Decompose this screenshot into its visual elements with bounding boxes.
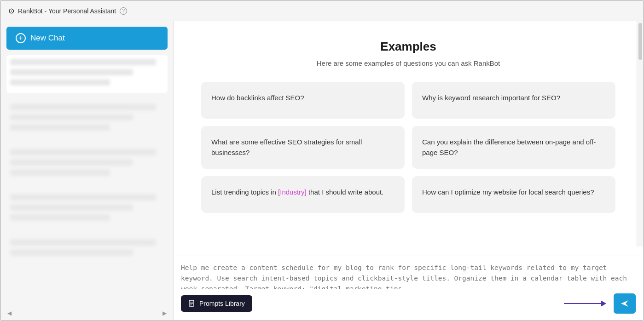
history-item — [10, 214, 110, 221]
scrollbar-thumb — [638, 23, 642, 60]
example-card-5-text-after: that I should write about. — [307, 188, 384, 196]
example-card-5[interactable]: List trending topics in [Industry] that … — [201, 176, 405, 213]
sidebar: + New Chat — [1, 21, 174, 320]
industry-highlight: [Industry] — [278, 188, 307, 196]
examples-title: Examples — [201, 40, 615, 54]
examples-subtitle: Here are some examples of questions you … — [201, 59, 615, 67]
history-item — [10, 159, 133, 166]
help-icon[interactable]: ? — [120, 7, 127, 15]
sidebar-left-arrow[interactable]: ◀ — [5, 309, 14, 317]
chat-input[interactable] — [181, 263, 636, 289]
history-item — [10, 79, 110, 86]
example-card-6-text: How can I optimize my website for local … — [422, 188, 594, 196]
example-card-4[interactable]: Can you explain the difference between o… — [412, 126, 615, 169]
example-card-2-text: Why is keyword research important for SE… — [422, 94, 560, 102]
example-card-3-text: What are some effective SEO strategies f… — [211, 138, 362, 156]
example-card-1[interactable]: How do backlinks affect SEO? — [201, 82, 405, 119]
content-scrollbar[interactable] — [637, 21, 643, 246]
send-icon — [620, 299, 629, 308]
app-title: RankBot - Your Personal Assistant — [18, 7, 116, 15]
examples-section: Examples Here are some examples of quest… — [174, 21, 643, 256]
chat-history-group — [6, 100, 168, 138]
main-layout: + New Chat — [1, 21, 643, 320]
chat-history-group — [6, 55, 168, 93]
title-bar: ⊙ RankBot - Your Personal Assistant ? — [1, 1, 643, 21]
chat-history-group — [6, 190, 168, 228]
new-chat-button[interactable]: + New Chat — [6, 27, 168, 50]
input-area: Prompts Library — [174, 256, 643, 320]
arrow-line — [564, 303, 601, 304]
new-chat-label: New Chat — [30, 34, 65, 43]
history-item — [10, 169, 110, 176]
rankbot-icon: ⊙ — [8, 6, 14, 15]
sidebar-scroll[interactable]: + New Chat — [1, 21, 173, 306]
arrow-head — [601, 300, 606, 307]
history-item — [10, 204, 133, 211]
history-item[interactable] — [10, 149, 156, 155]
history-item[interactable] — [10, 194, 156, 201]
example-card-1-text: How do backlinks affect SEO? — [211, 94, 304, 102]
example-card-5-text-before: List trending topics in — [211, 188, 278, 196]
examples-grid: How do backlinks affect SEO? Why is keyw… — [201, 82, 615, 213]
example-card-6[interactable]: How can I optimize my website for local … — [412, 176, 615, 213]
history-item[interactable] — [10, 59, 156, 65]
send-arrow-indicator — [564, 300, 606, 307]
history-item — [10, 114, 133, 120]
content-area: Examples Here are some examples of quest… — [174, 21, 643, 320]
sidebar-right-arrow[interactable]: ▶ — [160, 309, 169, 317]
send-area — [564, 293, 636, 314]
history-item[interactable] — [10, 239, 156, 246]
sidebar-pagination: ◀ ▶ — [1, 306, 173, 320]
input-bottom-row: Prompts Library — [181, 293, 636, 314]
example-card-3[interactable]: What are some effective SEO strategies f… — [201, 126, 405, 169]
prompts-library-label: Prompts Library — [199, 300, 245, 307]
history-item[interactable] — [10, 104, 156, 110]
history-item — [10, 124, 110, 131]
chat-history-group — [6, 145, 168, 183]
history-item — [10, 249, 133, 256]
send-button[interactable] — [614, 293, 636, 314]
example-card-4-text: Can you explain the difference between o… — [422, 138, 596, 156]
history-item — [10, 69, 133, 75]
new-chat-icon: + — [16, 33, 26, 43]
chat-history-group — [6, 235, 168, 263]
example-card-2[interactable]: Why is keyword research important for SE… — [412, 82, 615, 119]
prompts-library-button[interactable]: Prompts Library — [181, 295, 252, 312]
prompts-library-icon — [188, 300, 196, 307]
chat-history-list — [6, 55, 168, 263]
